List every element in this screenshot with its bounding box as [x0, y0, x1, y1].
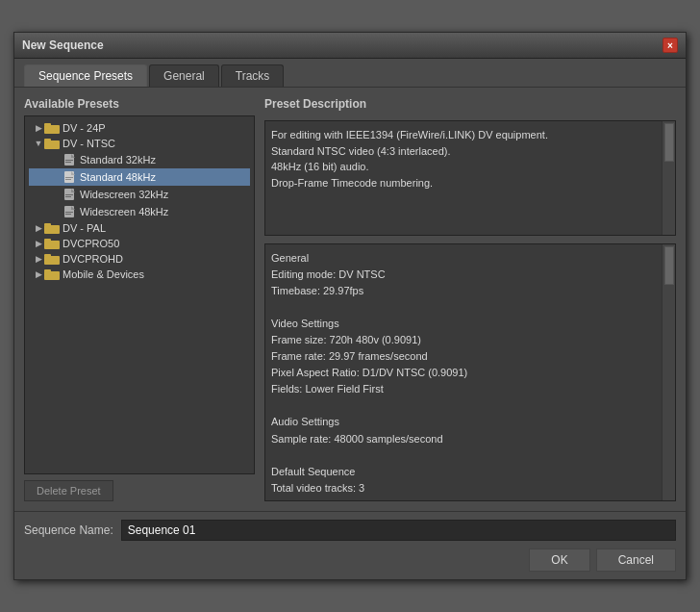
- new-sequence-dialog: New Sequence × Sequence Presets General …: [13, 32, 687, 580]
- tree-item-dv24p[interactable]: ▶ DV - 24P: [29, 120, 250, 136]
- tab-tracks[interactable]: Tracks: [221, 64, 285, 87]
- desc-scrollbar[interactable]: [662, 121, 675, 235]
- svg-rect-6: [65, 160, 73, 161]
- bottom-bar: Sequence Name: OK Cancel: [14, 511, 686, 579]
- tab-sequence-presets[interactable]: Sequence Presets: [24, 64, 147, 87]
- preset-description-text: For editing with IEEE1394 (FireWire/i.LI…: [271, 129, 548, 189]
- ok-button[interactable]: OK: [529, 548, 589, 572]
- svg-rect-20: [44, 225, 60, 234]
- file-icon-std32: [63, 153, 77, 166]
- file-icon-wide32: [63, 188, 77, 201]
- svg-rect-26: [44, 271, 60, 280]
- title-bar: New Sequence ×: [14, 33, 686, 59]
- tree-item-dvcprohd[interactable]: ▶ DVCPROHD: [29, 251, 250, 267]
- general-info-box: General Editing mode: DV NTSC Timebase: …: [264, 243, 676, 501]
- main-content: Available Presets ▶ DV - 24P ▼ DV -: [14, 88, 686, 511]
- tree-label-dv24p: DV - 24P: [62, 122, 106, 134]
- svg-rect-7: [65, 162, 71, 163]
- preset-description-box: For editing with IEEE1394 (FireWire/i.LI…: [264, 120, 676, 236]
- cancel-button[interactable]: Cancel: [596, 548, 676, 572]
- arrow-icon: ▶: [33, 238, 44, 249]
- svg-rect-21: [44, 223, 51, 226]
- tree-label-std32: Standard 32kHz: [80, 154, 156, 166]
- tree-item-std32[interactable]: Standard 32kHz: [29, 151, 250, 168]
- svg-rect-19: [65, 214, 71, 215]
- arrow-icon: ▶: [33, 268, 44, 280]
- svg-rect-11: [65, 179, 71, 180]
- tabs-bar: Sequence Presets General Tracks: [14, 59, 686, 88]
- folder-icon-dvcpro50: [44, 238, 60, 249]
- close-button[interactable]: ×: [662, 38, 678, 53]
- tab-general[interactable]: General: [149, 64, 219, 87]
- arrow-icon: ▶: [33, 222, 44, 234]
- sequence-name-label: Sequence Name:: [24, 523, 113, 537]
- svg-rect-10: [65, 177, 73, 178]
- delete-preset-button[interactable]: Delete Preset: [24, 480, 113, 501]
- tree-label-mobile: Mobile & Devices: [62, 268, 144, 280]
- tree-label-std48: Standard 48kHz: [80, 171, 156, 183]
- arrow-icon: ▼: [33, 138, 44, 149]
- tree-label-dvpal: DV - PAL: [62, 222, 106, 234]
- svg-rect-0: [44, 125, 60, 134]
- svg-rect-25: [44, 254, 51, 257]
- tree-item-wide32[interactable]: Widescreen 32kHz: [29, 186, 250, 203]
- arrow-icon: ▶: [33, 253, 44, 265]
- svg-rect-1: [44, 123, 51, 126]
- svg-rect-2: [44, 140, 60, 149]
- tree-label-dvcprohd: DVCPROHD: [62, 253, 123, 265]
- presets-tree[interactable]: ▶ DV - 24P ▼ DV - NTSC: [24, 115, 255, 474]
- folder-icon-dvntsc: [44, 138, 60, 149]
- sequence-name-row: Sequence Name:: [24, 520, 676, 541]
- general-scrollbar[interactable]: [662, 244, 675, 500]
- file-icon-wide48: [63, 205, 77, 218]
- tree-label-dvntsc: DV - NTSC: [62, 138, 115, 149]
- left-panel: Available Presets ▶ DV - 24P ▼ DV -: [24, 97, 255, 501]
- svg-rect-15: [65, 196, 71, 197]
- tree-item-dvpal[interactable]: ▶ DV - PAL: [29, 220, 250, 236]
- svg-rect-23: [44, 239, 51, 242]
- tree-item-mobile[interactable]: ▶ Mobile & Devices: [29, 267, 250, 282]
- sequence-name-input[interactable]: [121, 520, 676, 541]
- arrow-icon: ▶: [33, 122, 44, 134]
- file-icon-std48: [63, 170, 77, 184]
- presets-heading: Available Presets: [24, 97, 255, 111]
- folder-icon-dvpal: [44, 222, 60, 234]
- general-scrollbar-thumb[interactable]: [664, 246, 674, 285]
- svg-rect-14: [65, 194, 73, 195]
- folder-icon-mobile: [44, 268, 60, 280]
- tree-label-wide48: Widescreen 48kHz: [80, 206, 168, 217]
- svg-rect-22: [44, 241, 60, 249]
- tree-item-wide48[interactable]: Widescreen 48kHz: [29, 203, 250, 220]
- dialog-title: New Sequence: [22, 38, 104, 52]
- folder-icon-dv24p: [44, 122, 60, 134]
- tree-item-dvcpro50[interactable]: ▶ DVCPRO50: [29, 236, 250, 251]
- buttons-row: OK Cancel: [24, 548, 676, 572]
- tree-label-dvcpro50: DVCPRO50: [62, 238, 119, 249]
- tree-label-wide32: Widescreen 32kHz: [80, 189, 168, 200]
- desc-scrollbar-thumb[interactable]: [664, 123, 674, 162]
- svg-rect-24: [44, 256, 60, 265]
- svg-rect-27: [44, 269, 51, 272]
- general-info-text: General Editing mode: DV NTSC Timebase: …: [271, 252, 467, 501]
- svg-rect-3: [44, 139, 51, 141]
- right-panel: Preset Description For editing with IEEE…: [264, 97, 676, 501]
- tree-item-dvntsc[interactable]: ▼ DV - NTSC: [29, 136, 250, 151]
- preset-description-label: Preset Description: [264, 97, 676, 111]
- svg-rect-18: [65, 212, 73, 213]
- folder-icon-dvcprohd: [44, 253, 60, 265]
- tree-item-std48[interactable]: Standard 48kHz: [29, 168, 250, 186]
